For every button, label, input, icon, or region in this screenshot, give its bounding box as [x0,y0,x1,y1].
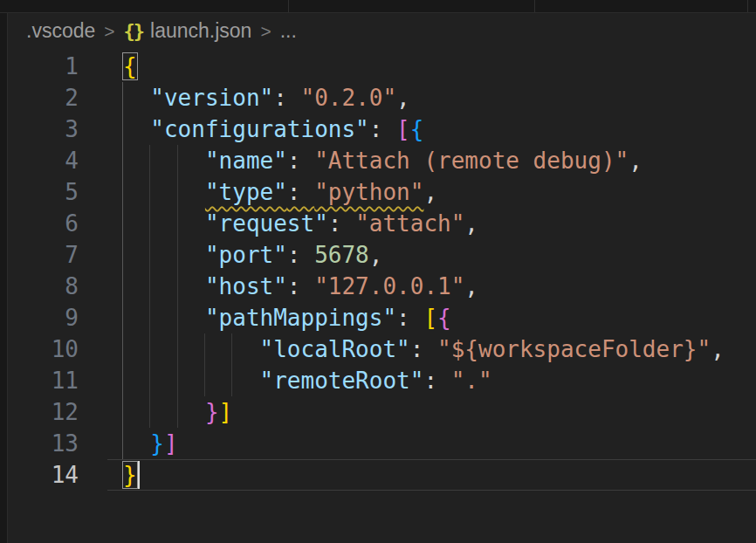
indent-guide [149,239,150,271]
code-token [123,305,205,331]
code-line[interactable]: 3 "configurations": [{ [8,113,756,145]
breadcrumb-folder[interactable]: .vscode [26,19,95,43]
code-token: : [287,148,314,174]
code-editor[interactable]: 1{2 "version": "0.2.0",3 "configurations… [8,51,756,543]
code-token: : [328,210,355,237]
code-token: "${workspaceFolder}" [437,336,711,362]
line-number: 1 [8,51,107,82]
indent-guide [122,82,123,113]
tab[interactable] [289,0,534,12]
line-number: 4 [8,145,107,176]
editor-left-edge [0,13,8,543]
line-number: 7 [8,239,107,271]
code-token: "remoteRoot" [260,368,424,394]
code-token: "Attach (remote debug)" [314,148,629,174]
indent-guide [122,113,123,145]
code-token: , [369,242,383,268]
code-token [123,179,205,205]
chevron-right-icon: > [104,21,114,42]
line-number: 14 [8,459,107,491]
indent-guide [177,145,178,176]
line-number: 8 [8,271,107,302]
code-token: : [410,336,437,362]
indent-guide [149,176,150,208]
code-line[interactable]: 7 "port": 5678, [8,239,756,271]
indent-guide [122,428,123,459]
code-token: "host" [205,273,287,299]
indent-guide [177,302,178,333]
tab[interactable] [535,0,747,12]
breadcrumb: .vscode > {} launch.json > ... [8,14,756,48]
indent-guide [177,333,178,365]
indent-guide [149,145,150,176]
code-token: } [205,399,219,425]
line-number: 9 [8,302,107,333]
indent-guide [177,208,178,239]
code-token: ] [219,399,233,425]
tab-separator [747,0,748,12]
code-line[interactable]: 4 "name": "Attach (remote debug)", [8,145,756,176]
line-number: 12 [8,396,107,428]
indent-guide [122,208,123,239]
code-token: "python" [314,179,423,205]
code-token: : [396,305,423,331]
indent-guide [231,365,232,396]
code-token: , [464,210,478,237]
code-line[interactable]: 5 "type": "python", [8,176,756,208]
code-line[interactable]: 12 }] [8,396,756,428]
code-token [123,210,205,237]
code-token: , [629,148,643,174]
code-line[interactable]: 6 "request": "attach", [8,208,756,239]
code-token [123,430,150,457]
code-line[interactable]: 14} [8,459,756,491]
code-token: [ [423,305,437,331]
code-token: : [287,242,314,268]
code-line[interactable]: 9 "pathMappings": [{ [8,302,756,333]
code-line[interactable]: 8 "host": "127.0.0.1", [8,271,756,302]
code-token: ] [164,430,178,457]
code-line[interactable]: 11 "remoteRoot": "." [8,365,756,396]
code-line[interactable]: 13 }] [8,428,756,459]
indent-guide [149,271,150,302]
indent-guide [122,365,123,396]
code-token [123,242,205,268]
code-token: , [464,273,478,299]
indent-guide [204,365,205,396]
line-number: 2 [8,82,107,113]
breadcrumb-file[interactable]: launch.json [150,19,251,43]
indent-guide [149,365,150,396]
indent-guide [177,271,178,302]
code-line[interactable]: 10 "localRoot": "${workspaceFolder}", [8,333,756,365]
indent-guide [122,396,123,428]
code-line[interactable]: 2 "version": "0.2.0", [8,82,756,113]
code-token: "port" [205,242,287,268]
chevron-right-icon: > [260,21,271,42]
code-token: 5678 [314,242,369,268]
matched-bracket: { [123,53,137,79]
text-cursor [138,461,140,489]
indent-guide [122,239,123,271]
code-token: : [287,273,314,299]
indent-guide [204,333,205,365]
indent-guide [122,145,123,176]
code-token [123,148,205,174]
code-token: "request" [205,210,328,237]
code-token: : [287,179,314,205]
code-token: } [150,430,164,457]
code-token: , [423,179,437,205]
code-token: "." [451,368,492,394]
code-token: : [273,85,300,111]
line-number: 11 [8,365,107,396]
code-token: "type" [205,179,287,205]
breadcrumb-symbol-more[interactable]: ... [280,19,297,43]
indent-guide [177,365,178,396]
code-token: , [711,336,725,362]
indent-guide [149,396,150,428]
indent-guide [177,396,178,428]
indent-guide [149,208,150,239]
code-token [123,368,260,394]
code-token: "name" [205,148,287,174]
line-number: 6 [8,208,107,239]
code-line[interactable]: 1{ [8,51,756,82]
tab[interactable] [0,0,288,12]
